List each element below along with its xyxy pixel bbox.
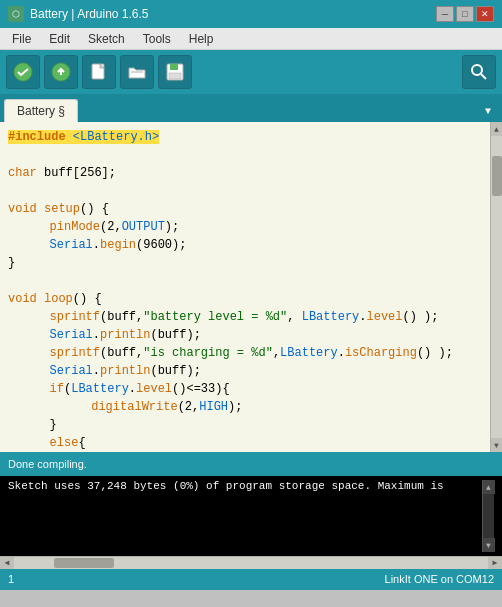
code-line-18: else{ (8, 434, 482, 452)
menu-edit[interactable]: Edit (41, 30, 78, 48)
open-button[interactable] (120, 55, 154, 89)
scroll-down-arrow[interactable]: ▼ (491, 438, 503, 452)
code-content[interactable]: #include <LBattery.h> char buff[256]; vo… (0, 122, 490, 452)
scroll-up-arrow[interactable]: ▲ (491, 122, 503, 136)
app-icon: ⬡ (8, 6, 24, 22)
line-number: 1 (8, 573, 14, 585)
code-line-17: } (8, 416, 482, 434)
code-line-13: sprintf(buff,"is charging = %d",LBattery… (8, 344, 482, 362)
code-line-1: #include <LBattery.h> (8, 128, 482, 146)
tab-dropdown-button[interactable]: ▼ (478, 100, 498, 122)
console-output-line: Sketch uses 37,248 bytes (0%) of program… (8, 480, 482, 492)
maximize-button[interactable]: □ (456, 6, 474, 22)
upload-button[interactable] (44, 55, 78, 89)
code-line-8: } (8, 254, 482, 272)
verify-button[interactable] (6, 55, 40, 89)
title-bar: ⬡ Battery | Arduino 1.6.5 ─ □ ✕ (0, 0, 502, 28)
save-button[interactable] (158, 55, 192, 89)
code-area: #include <LBattery.h> char buff[256]; vo… (0, 122, 502, 452)
window-title: Battery | Arduino 1.6.5 (30, 7, 149, 21)
code-line-blank-1 (8, 146, 482, 164)
code-line-12: Serial.println(buff); (8, 326, 482, 344)
console-scrollbar-v[interactable]: ▲ ▼ (482, 480, 494, 552)
toolbar (0, 50, 502, 94)
vertical-scrollbar[interactable]: ▲ ▼ (490, 122, 502, 452)
menu-sketch[interactable]: Sketch (80, 30, 133, 48)
tab-label: Battery § (17, 104, 65, 118)
code-line-10: void loop() { (8, 290, 482, 308)
svg-point-6 (472, 65, 482, 75)
code-line-15: if(LBattery.level()<=33){ (8, 380, 482, 398)
new-button[interactable] (82, 55, 116, 89)
horizontal-scrollbar[interactable]: ◀ ▶ (0, 556, 502, 568)
code-line-blank-2 (8, 182, 482, 200)
menu-bar: File Edit Sketch Tools Help (0, 28, 502, 50)
svg-rect-4 (170, 64, 178, 70)
code-line-16: digitalWrite(2,HIGH); (8, 398, 482, 416)
status-bar: 1 LinkIt ONE on COM12 (0, 568, 502, 590)
code-line-5: void setup() { (8, 200, 482, 218)
menu-tools[interactable]: Tools (135, 30, 179, 48)
console-status: Done compiling. (8, 458, 87, 470)
scroll-thumb[interactable] (492, 156, 502, 196)
code-line-7: Serial.begin(9600); (8, 236, 482, 254)
tab-battery[interactable]: Battery § (4, 99, 78, 122)
svg-rect-5 (169, 73, 181, 79)
code-line-6: pinMode(2,OUTPUT); (8, 218, 482, 236)
title-bar-left: ⬡ Battery | Arduino 1.6.5 (8, 6, 149, 22)
scroll-h-thumb[interactable] (54, 558, 114, 568)
console-header: Done compiling. (0, 452, 502, 476)
close-button[interactable]: ✕ (476, 6, 494, 22)
svg-line-7 (481, 74, 486, 79)
console-scroll-down[interactable]: ▼ (483, 538, 495, 552)
menu-help[interactable]: Help (181, 30, 222, 48)
console-scroll-up[interactable]: ▲ (483, 480, 495, 494)
code-line-11: sprintf(buff,"battery level = %d", LBatt… (8, 308, 482, 326)
menu-file[interactable]: File (4, 30, 39, 48)
search-button[interactable] (462, 55, 496, 89)
scroll-left-arrow[interactable]: ◀ (0, 557, 14, 569)
code-line-blank-3 (8, 272, 482, 290)
console-output: Sketch uses 37,248 bytes (0%) of program… (8, 480, 482, 552)
console-area: Sketch uses 37,248 bytes (0%) of program… (0, 476, 502, 556)
board-info: LinkIt ONE on COM12 (385, 573, 494, 585)
code-line-3: char buff[256]; (8, 164, 482, 182)
minimize-button[interactable]: ─ (436, 6, 454, 22)
tab-bar: Battery § ▼ (0, 94, 502, 122)
window-controls[interactable]: ─ □ ✕ (436, 6, 494, 22)
code-line-14: Serial.println(buff); (8, 362, 482, 380)
scroll-right-arrow[interactable]: ▶ (488, 557, 502, 569)
scroll-h-track (14, 557, 488, 569)
